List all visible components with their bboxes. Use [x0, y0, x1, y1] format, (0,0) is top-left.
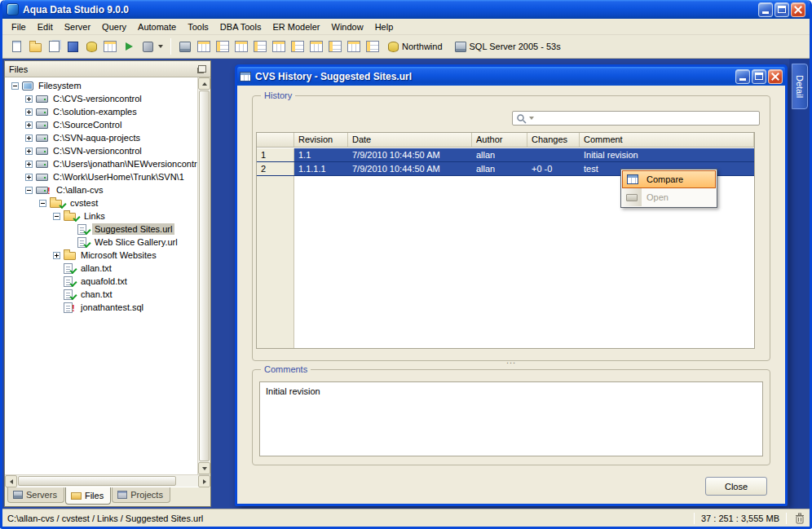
horizontal-scrollbar[interactable] — [5, 474, 210, 487]
vertical-scrollbar[interactable] — [197, 77, 210, 474]
close-button[interactable] — [791, 2, 805, 17]
splitter-handle[interactable]: ... — [237, 358, 785, 366]
expand-toggle-icon[interactable] — [25, 108, 33, 116]
run-icon[interactable] — [120, 37, 138, 55]
expand-toggle-icon[interactable] — [25, 161, 33, 168]
tree-item[interactable]: C:\Work\UserHome\Trunk\SVN\1 — [5, 170, 197, 183]
dropdown-arrow-icon[interactable] — [158, 45, 163, 48]
table-icon[interactable] — [101, 37, 119, 55]
menu-edit[interactable]: Edit — [32, 20, 59, 33]
context-menu-open[interactable]: Open — [622, 188, 716, 206]
tree-item[interactable]: C:\Users\jonathan\NEWversioncontrol — [5, 157, 197, 170]
grid-window-icon[interactable] — [270, 37, 288, 55]
tree-item[interactable]: C:\solution-examples — [5, 105, 197, 118]
grid-window-icon[interactable] — [232, 37, 250, 55]
history-search-input[interactable] — [538, 112, 756, 124]
menu-automate[interactable]: Automate — [132, 20, 182, 33]
database-icon[interactable] — [82, 37, 100, 55]
column-header-comment[interactable]: Comment — [580, 133, 754, 147]
tree-item[interactable]: C:\SVN-versioncontrol — [5, 144, 197, 157]
table-row[interactable]: 1 1.1 7/9/2010 10:44:50 AM allan Initial… — [257, 148, 754, 162]
collapse-toggle-icon[interactable] — [39, 200, 46, 207]
status-bar: C:\allan-cvs / cvstest / Links / Suggest… — [2, 509, 810, 527]
scroll-left-button[interactable] — [5, 475, 17, 487]
horizontal-scroll-thumb[interactable] — [18, 476, 176, 486]
scroll-right-button[interactable] — [198, 475, 210, 487]
tree-item-label: C:\Users\jonathan\NEWversioncontrol — [51, 158, 197, 170]
expand-toggle-icon[interactable] — [25, 134, 33, 142]
tab-files[interactable]: Files — [65, 487, 111, 505]
expand-toggle-icon[interactable] — [53, 252, 60, 259]
scroll-up-button[interactable] — [198, 77, 210, 90]
dialog-minimize-button[interactable] — [735, 69, 750, 84]
tree-item-selected[interactable]: Suggested Sites.url — [5, 223, 197, 236]
collapse-toggle-icon[interactable] — [25, 187, 33, 194]
tree-item[interactable]: C:\SourceControl — [5, 118, 197, 131]
expand-toggle-icon[interactable] — [25, 121, 33, 129]
new-document-icon[interactable] — [7, 37, 25, 55]
tree-item[interactable]: Filesystem — [5, 79, 197, 92]
menu-tools[interactable]: Tools — [182, 20, 214, 33]
grid-window-icon[interactable] — [307, 37, 325, 55]
row-number-column-header[interactable] — [257, 133, 294, 147]
scroll-down-button[interactable] — [198, 462, 210, 474]
expand-toggle-icon[interactable] — [25, 148, 33, 155]
column-header-revision[interactable]: Revision — [294, 133, 348, 147]
collapse-toggle-icon[interactable] — [11, 82, 19, 90]
server-icon[interactable] — [176, 37, 194, 55]
column-header-author[interactable]: Author — [472, 133, 527, 147]
collapse-toggle-icon[interactable] — [53, 213, 60, 220]
tree-item[interactable]: Web Slice Gallery.url — [5, 236, 197, 249]
tree-item[interactable]: chan.txt — [5, 288, 197, 301]
grid-window-icon[interactable] — [326, 37, 344, 55]
expand-toggle-icon[interactable] — [25, 174, 33, 181]
column-header-date[interactable]: Date — [348, 133, 472, 147]
copy-documents-icon[interactable] — [45, 37, 63, 55]
tree-item[interactable]: ! jonathantest.sql — [5, 301, 197, 314]
search-options-arrow-icon[interactable] — [529, 117, 534, 120]
active-database[interactable]: Northwind — [382, 42, 448, 52]
detail-tab[interactable]: Detail — [792, 64, 808, 109]
tree-item[interactable]: allan.txt — [5, 262, 197, 275]
tree-item[interactable]: cvstest — [5, 196, 197, 209]
menu-help[interactable]: Help — [369, 20, 399, 33]
grid-window-icon[interactable] — [364, 37, 382, 55]
context-menu-compare[interactable]: Compare — [622, 170, 716, 188]
menu-dba-tools[interactable]: DBA Tools — [214, 20, 267, 33]
garbage-collect-icon[interactable] — [795, 513, 805, 524]
tree-item[interactable]: aquafold.txt — [5, 275, 197, 288]
grid-window-icon[interactable] — [345, 37, 363, 55]
tools-icon[interactable] — [139, 37, 157, 55]
tree-item[interactable]: Microsoft Websites — [5, 249, 197, 262]
tree-item[interactable]: C:\CVS-versioncontrol — [5, 92, 197, 105]
dialog-close-button[interactable]: Close — [705, 477, 767, 496]
menu-query[interactable]: Query — [96, 20, 132, 33]
undock-panel-icon[interactable] — [198, 65, 206, 73]
maximize-button[interactable] — [774, 2, 789, 17]
active-server[interactable]: SQL Server 2005 - 53s — [449, 42, 567, 52]
grid-window-icon[interactable] — [289, 37, 307, 55]
search-box[interactable] — [512, 111, 760, 126]
open-folder-icon[interactable] — [26, 37, 44, 55]
menu-server[interactable]: Server — [59, 20, 96, 33]
menu-file[interactable]: File — [6, 20, 32, 33]
tree-item[interactable]: C:\SVN-aqua-projects — [5, 131, 197, 144]
tree-item[interactable]: ! C:\allan-cvs — [5, 183, 197, 196]
menu-er-modeler[interactable]: ER Modeler — [267, 20, 325, 33]
menu-window[interactable]: Window — [326, 20, 369, 33]
save-icon[interactable] — [64, 37, 82, 55]
titlebar[interactable]: Aqua Data Studio 9.0.0 — [2, 0, 810, 19]
grid-window-icon[interactable] — [251, 37, 269, 55]
vertical-scroll-thumb[interactable] — [199, 90, 210, 461]
dialog-titlebar[interactable]: CVS History - Suggested Sites.url — [237, 67, 785, 86]
tab-projects[interactable]: Projects — [112, 487, 170, 503]
grid-window-icon[interactable] — [195, 37, 213, 55]
expand-toggle-icon[interactable] — [25, 95, 33, 103]
dialog-close-icon-button[interactable] — [768, 69, 783, 84]
minimize-button[interactable] — [758, 2, 773, 17]
grid-window-icon[interactable] — [214, 37, 232, 55]
tree-item[interactable]: Links — [5, 209, 197, 223]
dialog-maximize-button[interactable] — [752, 69, 766, 84]
tab-servers[interactable]: Servers — [7, 487, 64, 503]
column-header-changes[interactable]: Changes — [527, 133, 580, 147]
